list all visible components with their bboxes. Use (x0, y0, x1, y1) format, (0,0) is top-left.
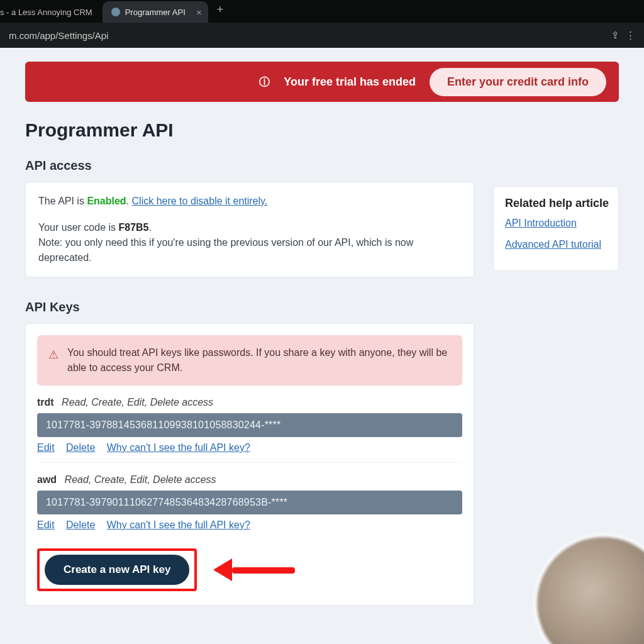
divider (37, 462, 462, 463)
api-key-row: awd Read, Create, Edit, Delete access 10… (37, 474, 462, 531)
user-code: F87B5 (118, 222, 148, 233)
page-title: Programmer API (25, 119, 619, 141)
tab-title: s - a Less Annoying CRM (0, 8, 92, 17)
close-icon[interactable]: × (196, 7, 202, 18)
api-access-heading: API access (25, 158, 474, 173)
disable-api-link[interactable]: Click here to disable it entirely. (132, 196, 268, 206)
api-key-access: Read, Create, Edit, Delete access (65, 474, 216, 485)
related-help-title: Related help article (505, 197, 607, 210)
url-text[interactable]: m.com/app/Settings/Api (9, 30, 108, 41)
new-tab-button[interactable]: + (209, 3, 231, 20)
address-bar: m.com/app/Settings/Api ⇪ ⋮ (0, 23, 644, 48)
share-icon[interactable]: ⇪ (611, 30, 619, 41)
enter-credit-card-button[interactable]: Enter your credit card info (430, 68, 606, 96)
status-dot: . (126, 196, 129, 206)
browser-tab-strip: s - a Less Annoying CRM Programmer API ×… (0, 0, 644, 23)
tab-crm[interactable]: s - a Less Annoying CRM (0, 1, 101, 23)
api-access-card: The API is Enabled. Click here to disabl… (25, 182, 474, 277)
deprecation-note: Note: you only need this if you're using… (38, 235, 461, 265)
menu-icon[interactable]: ⋮ (626, 30, 635, 41)
api-key-name: trdt (37, 397, 54, 408)
user-code-prefix: Your user code is (38, 222, 118, 233)
warning-icon: ⚠ (48, 347, 58, 375)
why-key-link[interactable]: Why can't I see the full API key? (107, 442, 250, 453)
annotation-arrow-icon (213, 560, 295, 579)
api-key-row: trdt Read, Create, Edit, Delete access 1… (37, 397, 462, 453)
edit-key-link[interactable]: Edit (37, 519, 55, 530)
api-key-access: Read, Create, Edit, Delete access (62, 397, 213, 408)
annotation-highlight-box: Create a new API key (37, 548, 197, 591)
api-status: Enabled (87, 196, 126, 206)
api-key-name: awd (37, 474, 57, 485)
help-link-api-intro[interactable]: API Introduction (505, 218, 607, 229)
info-icon: ⓘ (259, 75, 270, 89)
tab-programmer-api[interactable]: Programmer API × (103, 1, 208, 23)
edit-key-link[interactable]: Edit (37, 442, 55, 453)
api-keys-warning: ⚠ You should treat API keys like passwor… (37, 335, 462, 386)
why-key-link[interactable]: Why can't I see the full API key? (107, 519, 250, 530)
help-link-advanced-tutorial[interactable]: Advanced API tutorial (505, 239, 607, 250)
api-key-value: 1017781-397881453681109938101058830244-*… (37, 413, 462, 437)
trial-message: Your free trial has ended (284, 75, 416, 89)
trial-ended-banner: ⓘ Your free trial has ended Enter your c… (25, 62, 619, 102)
api-keys-card: ⚠ You should treat API keys like passwor… (25, 323, 474, 606)
related-help-card: Related help article API Introduction Ad… (493, 186, 619, 271)
delete-key-link[interactable]: Delete (66, 442, 95, 453)
page-body: ⓘ Your free trial has ended Enter your c… (0, 62, 644, 606)
tab-title: Programmer API (125, 8, 186, 17)
user-code-suffix: . (149, 222, 152, 233)
api-status-prefix: The API is (38, 196, 87, 206)
delete-key-link[interactable]: Delete (66, 519, 95, 530)
api-keys-heading: API Keys (25, 300, 474, 314)
api-key-value: 1017781-397901110627748536483428768953B-… (37, 491, 462, 514)
create-new-api-key-button[interactable]: Create a new API key (45, 555, 189, 585)
favicon-icon (111, 8, 120, 16)
warning-text: You should treat API keys like passwords… (67, 345, 451, 375)
